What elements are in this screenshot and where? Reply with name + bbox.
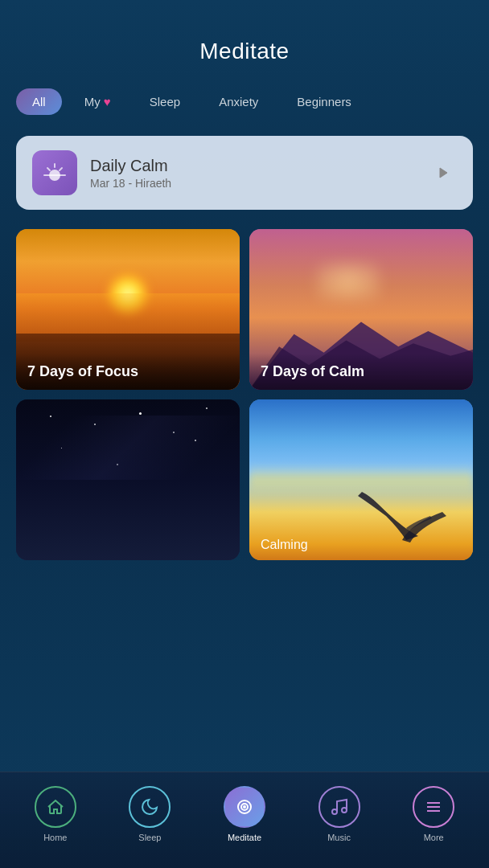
tab-my[interactable]: My ♥ — [68, 88, 127, 115]
card-calm[interactable]: 7 Days of Calm — [249, 229, 473, 390]
heart-icon: ♥ — [104, 95, 111, 108]
card-calming-label: Calming — [249, 530, 473, 560]
svg-point-10 — [244, 806, 245, 808]
card-focus-label: 7 Days of Focus — [16, 354, 240, 390]
nav-sleep-label: Sleep — [138, 833, 161, 842]
tab-sleep[interactable]: Sleep — [134, 88, 196, 115]
tab-all[interactable]: All — [16, 88, 62, 115]
daily-calm-card[interactable]: Daily Calm Mar 18 - Hiraeth — [16, 136, 473, 210]
nav-home-label: Home — [43, 833, 67, 842]
card-sleep[interactable] — [16, 399, 240, 560]
daily-calm-icon — [32, 150, 77, 195]
meditate-icon-wrap — [224, 786, 265, 828]
daily-calm-text: Daily Calm Mar 18 - Hiraeth — [90, 157, 415, 190]
svg-point-12 — [342, 808, 347, 813]
svg-line-4 — [60, 168, 62, 170]
nav-home[interactable]: Home — [8, 786, 103, 842]
header: Meditate — [0, 0, 489, 80]
cards-grid: 7 Days of Focus 7 Days of Calm — [0, 223, 489, 567]
svg-point-11 — [332, 809, 337, 814]
nav-music-label: Music — [327, 833, 351, 842]
nav-more[interactable]: More — [386, 786, 481, 842]
music-icon-wrap — [318, 786, 360, 828]
card-focus[interactable]: 7 Days of Focus — [16, 229, 240, 390]
nav-more-label: More — [424, 833, 444, 842]
page-title: Meditate — [199, 39, 289, 63]
nav-sleep[interactable]: Sleep — [103, 786, 198, 842]
card-calm-label: 7 Days of Calm — [249, 354, 473, 390]
more-icon-wrap — [413, 786, 454, 828]
filter-tabs: All My ♥ Sleep Anxiety Beginners — [0, 80, 489, 123]
svg-line-3 — [47, 168, 50, 170]
nav-music[interactable]: Music — [292, 786, 387, 842]
play-button[interactable] — [428, 158, 457, 187]
svg-marker-5 — [440, 168, 447, 178]
sleep-icon-wrap — [129, 786, 171, 828]
nav-meditate[interactable]: Meditate — [197, 786, 292, 842]
nav-meditate-label: Meditate — [228, 833, 261, 842]
bottom-nav: Home Sleep Meditate Mus — [0, 772, 489, 868]
home-icon-wrap — [35, 786, 76, 828]
tab-beginners[interactable]: Beginners — [281, 88, 368, 115]
card-calming[interactable]: Calming — [249, 399, 473, 560]
daily-calm-subtitle: Mar 18 - Hiraeth — [90, 177, 415, 190]
tab-anxiety[interactable]: Anxiety — [203, 88, 274, 115]
daily-calm-title: Daily Calm — [90, 157, 415, 175]
